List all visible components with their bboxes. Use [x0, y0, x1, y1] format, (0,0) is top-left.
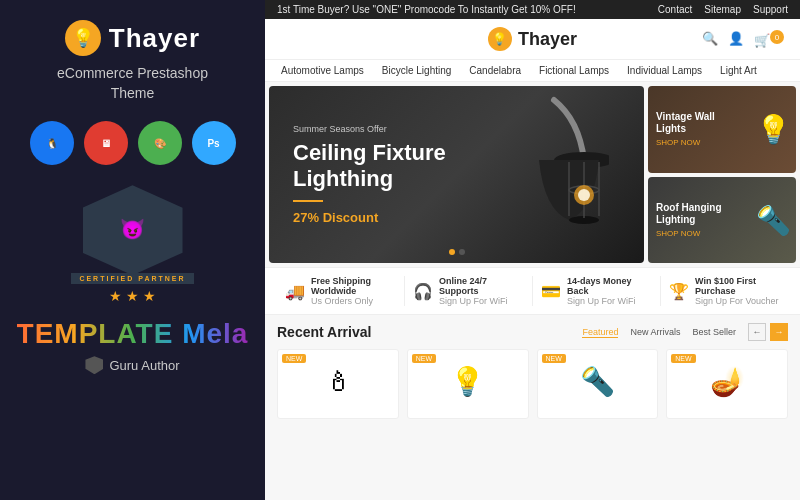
- nav-individual[interactable]: Individual Lamps: [627, 65, 702, 76]
- nav-bicycle[interactable]: Bicycle Lighting: [382, 65, 451, 76]
- side-lamp-icon-1: 💡: [756, 113, 791, 146]
- guru-author-row: Guru Author: [85, 356, 179, 374]
- tech-icon-ps: Ps: [192, 121, 236, 165]
- benefit-prize-title: Win $100 First Purchase: [695, 276, 780, 296]
- svg-point-7: [578, 189, 590, 201]
- right-panel: 1st Time Buyer? Use "ONE" Promocode To I…: [265, 0, 800, 500]
- benefit-support-title: Online 24/7 Supports: [439, 276, 524, 296]
- side-card-title-2: Roof HangingLighting: [656, 202, 722, 226]
- new-badge-1: NEW: [282, 354, 306, 363]
- side-card-title-1: Vintage WallLights: [656, 111, 715, 135]
- side-card-text-1: Vintage WallLights SHOP NOW: [648, 103, 723, 155]
- store-header: 💡 Thayer 🔍 👤 🛒0: [265, 19, 800, 60]
- stars-row: ★ ★ ★: [109, 288, 156, 304]
- product-card-4[interactable]: NEW 🪔: [666, 349, 788, 419]
- recent-title: Recent Arrival: [277, 324, 371, 340]
- recent-section: Recent Arrival Featured New Arrivals Bes…: [265, 315, 800, 423]
- sitemap-link[interactable]: Sitemap: [704, 4, 741, 15]
- support-link[interactable]: Support: [753, 4, 788, 15]
- tech-icon-linux: 🐧: [30, 121, 74, 165]
- header-icons: 🔍 👤 🛒0: [702, 30, 784, 48]
- benefit-returns-sub: Sign Up For WiFi: [567, 296, 652, 306]
- nav-bar: Automotive Lamps Bicycle Lighting Candel…: [265, 60, 800, 82]
- benefit-support: 🎧 Online 24/7 Supports Sign Up For WiFi: [405, 276, 533, 306]
- tech-icon-prestashop: 🖥: [84, 121, 128, 165]
- nav-arrows: ← →: [748, 323, 788, 341]
- star-2: ★: [126, 288, 139, 304]
- new-badge-4: NEW: [671, 354, 695, 363]
- product-card-3[interactable]: NEW 🔦: [537, 349, 659, 419]
- logo-icon: 💡: [65, 20, 101, 56]
- hero-banner: Summer Seasons Offer Ceiling FixtureLigh…: [269, 86, 644, 263]
- benefit-support-sub: Sign Up For WiFi: [439, 296, 524, 306]
- shield-icon: [85, 356, 103, 374]
- tab-featured[interactable]: Featured: [582, 327, 618, 338]
- benefit-prize-sub: Sign Up For Voucher: [695, 296, 780, 306]
- template-mela-label: TEMPLATE Mela: [17, 318, 249, 350]
- hero-side-cards: Vintage WallLights SHOP NOW 💡 Roof Hangi…: [648, 86, 796, 263]
- nav-candelabra[interactable]: Candelabra: [469, 65, 521, 76]
- certified-badge: 😈 CERTIFIED PaRTNER ★ ★ ★: [71, 185, 193, 304]
- side-card-text-2: Roof HangingLighting SHOP NOW: [648, 194, 730, 246]
- brand-name: Thayer: [109, 23, 200, 54]
- brand-subtitle: eCommerce PrestashopTheme: [57, 64, 208, 103]
- new-badge-2: NEW: [412, 354, 436, 363]
- hero-dots: [449, 249, 465, 255]
- store-brand-name: Thayer: [518, 29, 577, 50]
- shop-now-link-2[interactable]: SHOP NOW: [656, 229, 722, 238]
- hero-divider: [293, 200, 323, 202]
- left-panel: 💡 Thayer eCommerce PrestashopTheme 🐧 🖥 🎨…: [0, 0, 265, 500]
- contact-link[interactable]: Contact: [658, 4, 692, 15]
- cart-icon[interactable]: 🛒0: [754, 30, 784, 48]
- product-img-1: 🕯: [313, 356, 363, 406]
- support-icon: 🎧: [413, 282, 433, 301]
- hexagon: 😈: [83, 185, 183, 275]
- prize-icon: 🏆: [669, 282, 689, 301]
- star-3: ★: [143, 288, 156, 304]
- benefit-prize: 🏆 Win $100 First Purchase Sign Up For Vo…: [661, 276, 788, 306]
- store-brand: 💡 Thayer: [488, 27, 577, 51]
- user-icon[interactable]: 👤: [728, 31, 744, 46]
- products-row: NEW 🕯 NEW 💡 NEW 🔦 NEW 🪔: [277, 349, 788, 419]
- product-img-2: 💡: [443, 356, 493, 406]
- side-lamp-icon-2: 🔦: [756, 203, 791, 236]
- hero-section: Summer Seasons Offer Ceiling FixtureLigh…: [265, 82, 800, 267]
- main-content: Summer Seasons Offer Ceiling FixtureLigh…: [265, 82, 800, 500]
- benefit-shipping-sub: Us Orders Only: [311, 296, 396, 306]
- tech-icons-row: 🐧 🖥 🎨 Ps: [30, 121, 236, 165]
- product-card-1[interactable]: NEW 🕯: [277, 349, 399, 419]
- store-logo-icon: 💡: [488, 27, 512, 51]
- recent-tabs: Featured New Arrivals Best Seller: [582, 327, 736, 338]
- side-card-roof[interactable]: Roof HangingLighting SHOP NOW 🔦: [648, 177, 796, 264]
- shipping-icon: 🚚: [285, 282, 305, 301]
- nav-light-art[interactable]: Light Art: [720, 65, 757, 76]
- benefit-returns-title: 14-days Money Back: [567, 276, 652, 296]
- nav-automotive[interactable]: Automotive Lamps: [281, 65, 364, 76]
- search-icon[interactable]: 🔍: [702, 31, 718, 46]
- dot-1[interactable]: [449, 249, 455, 255]
- recent-header: Recent Arrival Featured New Arrivals Bes…: [277, 323, 788, 341]
- new-badge-3: NEW: [542, 354, 566, 363]
- hero-lamp-image: [494, 91, 614, 258]
- next-arrow[interactable]: →: [770, 323, 788, 341]
- cart-badge: 0: [770, 30, 784, 44]
- prev-arrow[interactable]: ←: [748, 323, 766, 341]
- returns-icon: 💳: [541, 282, 561, 301]
- star-1: ★: [109, 288, 122, 304]
- benefit-shipping-title: Free Shipping Worldwide: [311, 276, 396, 296]
- benefits-bar: 🚚 Free Shipping Worldwide Us Orders Only…: [265, 267, 800, 315]
- dot-2[interactable]: [459, 249, 465, 255]
- product-card-2[interactable]: NEW 💡: [407, 349, 529, 419]
- brand-logo: 💡 Thayer: [65, 20, 200, 56]
- benefit-returns: 💳 14-days Money Back Sign Up For WiFi: [533, 276, 661, 306]
- guru-author-label: Guru Author: [109, 358, 179, 373]
- nav-fictional[interactable]: Fictional Lamps: [539, 65, 609, 76]
- product-img-4: 🪔: [702, 356, 752, 406]
- tech-icon-art: 🎨: [138, 121, 182, 165]
- side-card-vintage[interactable]: Vintage WallLights SHOP NOW 💡: [648, 86, 796, 173]
- tab-best-seller[interactable]: Best Seller: [692, 327, 736, 337]
- promo-text: 1st Time Buyer? Use "ONE" Promocode To I…: [277, 4, 576, 15]
- benefit-shipping: 🚚 Free Shipping Worldwide Us Orders Only: [277, 276, 405, 306]
- tab-new-arrivals[interactable]: New Arrivals: [630, 327, 680, 337]
- shop-now-link-1[interactable]: SHOP NOW: [656, 138, 715, 147]
